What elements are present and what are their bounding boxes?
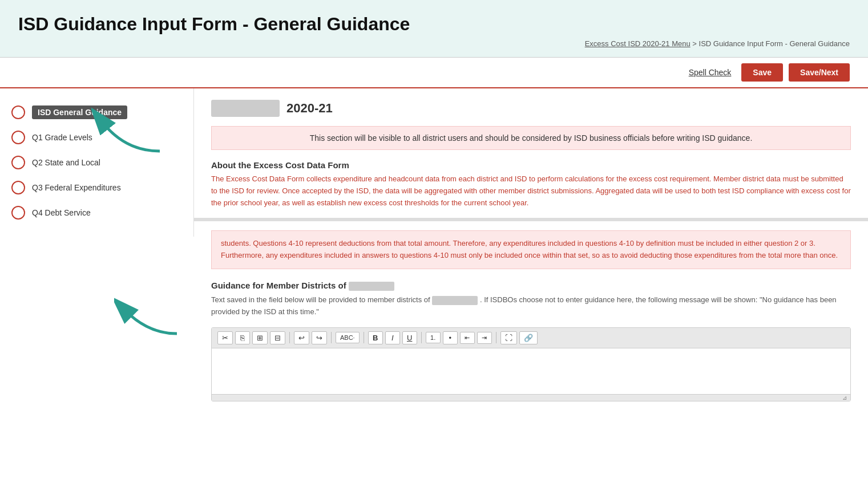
editor-footer: ⊿ xyxy=(212,394,850,401)
editor-redo-button[interactable]: ↪ xyxy=(312,331,327,344)
editor-toolbar: ✂ ⎘ ⊞ ⊟ ↩ ↪ ABC· B I U 1. • ⇤ ⇥ ⛶ � xyxy=(212,328,850,348)
editor-paste-button[interactable]: ⊞ xyxy=(252,331,268,344)
mid-content: students. Questions 4-10 represent deduc… xyxy=(211,230,851,269)
editor-underline-button[interactable]: U xyxy=(402,331,417,344)
circle-icon-q2 xyxy=(11,156,25,169)
editor-cut-button[interactable]: ✂ xyxy=(217,331,233,344)
about-title: About the Excess Cost Data Form xyxy=(211,160,851,170)
sidebar-label-isd-general-guidance: ISD General Guidance xyxy=(32,105,127,119)
guidance-title: Guidance for Member Districts of xyxy=(211,281,851,291)
breadcrumb: Excess Cost ISD 2020-21 Menu > ISD Guida… xyxy=(18,39,850,48)
blurred-isd-name xyxy=(211,100,280,117)
editor-bold-button[interactable]: B xyxy=(368,331,383,344)
toolbar-separator-1 xyxy=(289,332,290,343)
sidebar-item-q1-grade-levels[interactable]: Q1 Grade Levels xyxy=(0,125,193,150)
about-text: The Excess Cost Data Form collects expen… xyxy=(211,173,851,209)
editor-indent-button[interactable]: ⇥ xyxy=(477,332,492,344)
toolbar: Spell Check Save Save/Next xyxy=(0,58,868,88)
breadcrumb-separator: > xyxy=(692,39,699,48)
guidance-body: Text saved in the field below will be pr… xyxy=(211,294,851,318)
about-section: About the Excess Cost Data Form The Exce… xyxy=(211,160,851,209)
blurred-isd-name-2 xyxy=(349,282,394,291)
sidebar-item-q4-debt-service[interactable]: Q4 Debt Service xyxy=(0,200,193,225)
breadcrumb-current: ISD Guidance Input Form - General Guidan… xyxy=(699,39,850,48)
circle-icon-q4 xyxy=(11,206,25,220)
sidebar-label-q4: Q4 Debt Service xyxy=(32,208,91,217)
separator-bar xyxy=(194,218,868,221)
editor-copy-button[interactable]: ⎘ xyxy=(235,331,250,344)
warning-banner: This section will be visible to all dist… xyxy=(211,126,851,150)
content-area: 2020-21 This section will be visible to … xyxy=(194,88,868,465)
sidebar-item-q2-state-and-local[interactable]: Q2 State and Local xyxy=(0,150,193,175)
blurred-isd-name-3 xyxy=(432,296,478,305)
editor-ordered-list-button[interactable]: 1. xyxy=(426,332,441,343)
editor-fullscreen-button[interactable]: ⛶ xyxy=(500,331,517,344)
sidebar-label-q1: Q1 Grade Levels xyxy=(32,133,92,142)
editor-undo-button[interactable]: ↩ xyxy=(294,331,309,344)
circle-icon-q1 xyxy=(11,131,25,144)
resize-handle[interactable]: ⊿ xyxy=(842,395,848,400)
rich-text-editor: ✂ ⎘ ⊞ ⊟ ↩ ↪ ABC· B I U 1. • ⇤ ⇥ ⛶ � xyxy=(211,327,851,401)
content-header: 2020-21 xyxy=(211,100,851,117)
toolbar-separator-2 xyxy=(331,332,332,343)
toolbar-separator-3 xyxy=(364,332,364,343)
guidance-section: Guidance for Member Districts of Text sa… xyxy=(211,281,851,318)
editor-content-area[interactable] xyxy=(212,348,850,394)
toolbar-separator-4 xyxy=(421,332,422,343)
page-title: ISD Guidance Input Form - General Guidan… xyxy=(18,14,850,35)
toolbar-separator-5 xyxy=(496,332,496,343)
editor-italic-button[interactable]: I xyxy=(385,331,400,344)
editor-paste-text-button[interactable]: ⊟ xyxy=(270,331,285,344)
sidebar: ISD General Guidance Q1 Grade Levels Q2 … xyxy=(0,88,194,237)
sidebar-label-q3: Q3 Federal Expenditures xyxy=(32,183,121,192)
teal-arrow-2 xyxy=(114,294,183,341)
editor-spellcheck-button[interactable]: ABC· xyxy=(336,332,360,343)
breadcrumb-link[interactable]: Excess Cost ISD 2020-21 Menu xyxy=(585,39,691,48)
sidebar-label-q2: Q2 State and Local xyxy=(32,158,100,167)
spell-check-link[interactable]: Spell Check xyxy=(689,68,732,77)
circle-icon-isd-general-guidance xyxy=(11,105,25,119)
editor-outdent-button[interactable]: ⇤ xyxy=(460,332,475,344)
editor-unordered-list-button[interactable]: • xyxy=(443,331,458,344)
sidebar-item-isd-general-guidance[interactable]: ISD General Guidance xyxy=(0,100,193,125)
sidebar-item-q3-federal-expenditures[interactable]: Q3 Federal Expenditures xyxy=(0,175,193,200)
circle-icon-q3 xyxy=(11,181,25,194)
editor-link-button[interactable]: 🔗 xyxy=(519,331,538,344)
save-next-button[interactable]: Save/Next xyxy=(789,63,850,82)
year-label: 2020-21 xyxy=(286,101,333,116)
save-button[interactable]: Save xyxy=(741,63,783,82)
